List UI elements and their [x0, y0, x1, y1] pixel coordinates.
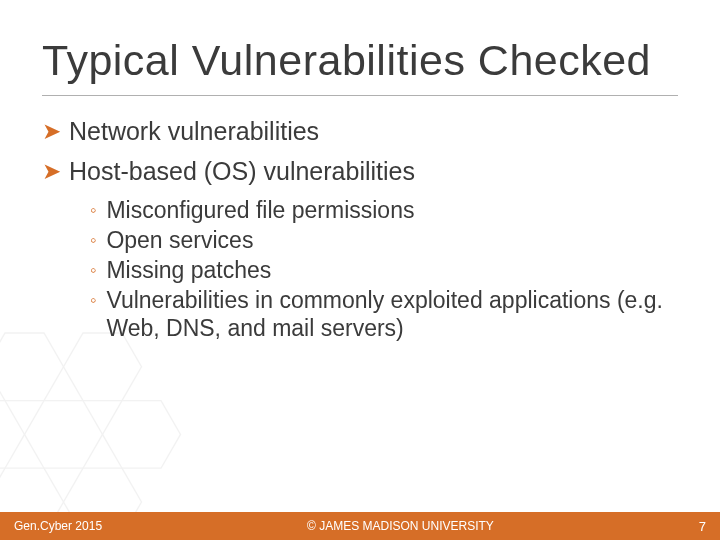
sub-bullet-text: Vulnerabilities in commonly exploited ap…: [106, 286, 666, 342]
sub-bullet-text: Misconfigured file permissions: [106, 196, 414, 224]
bullet-text: Network vulnerabilities: [69, 116, 319, 146]
circle-bullet-icon: ◦: [90, 196, 96, 224]
bullet-text: Host-based (OS) vulnerabilities: [69, 156, 415, 186]
bullet-list: ➤ Network vulnerabilities ➤ Host-based (…: [42, 116, 678, 342]
circle-bullet-icon: ◦: [90, 226, 96, 254]
circle-bullet-icon: ◦: [90, 256, 96, 284]
bullet-l2: ◦ Misconfigured file permissions: [90, 196, 678, 224]
sub-bullet-text: Missing patches: [106, 256, 271, 284]
sub-bullet-list: ◦ Misconfigured file permissions ◦ Open …: [90, 196, 678, 342]
slide-title: Typical Vulnerabilities Checked: [42, 36, 678, 96]
chevron-right-icon: ➤: [42, 156, 61, 186]
circle-bullet-icon: ◦: [90, 286, 96, 314]
footer-left: Gen.Cyber 2015: [14, 519, 102, 533]
slide-body: Typical Vulnerabilities Checked ➤ Networ…: [0, 0, 720, 540]
slide-footer: Gen.Cyber 2015 © JAMES MADISON UNIVERSIT…: [0, 512, 720, 540]
bullet-l2: ◦ Missing patches: [90, 256, 678, 284]
bullet-l1: ➤ Host-based (OS) vulnerabilities: [42, 156, 678, 186]
sub-bullet-text: Open services: [106, 226, 253, 254]
page-number: 7: [699, 519, 706, 534]
bullet-l1: ➤ Network vulnerabilities: [42, 116, 678, 146]
bullet-l2: ◦ Vulnerabilities in commonly exploited …: [90, 286, 678, 342]
bullet-l2: ◦ Open services: [90, 226, 678, 254]
footer-center: © JAMES MADISON UNIVERSITY: [102, 519, 699, 533]
chevron-right-icon: ➤: [42, 116, 61, 146]
